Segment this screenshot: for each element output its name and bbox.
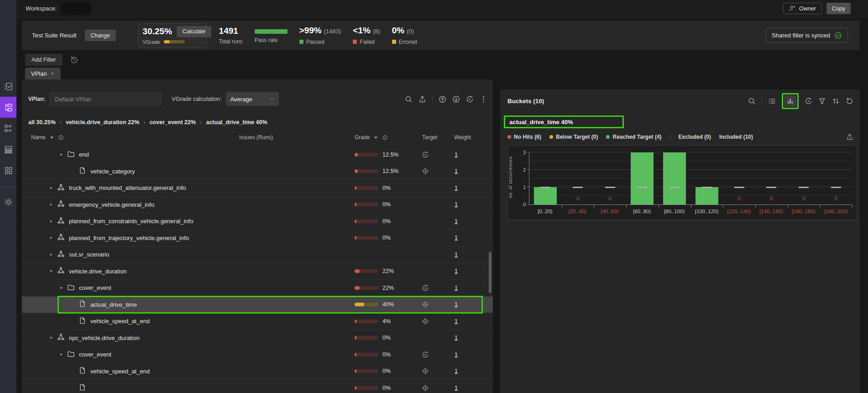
bucket-slot-[80..100)[interactable]: [659, 153, 691, 204]
expander-icon[interactable]: [49, 202, 53, 207]
info-icon[interactable]: [382, 135, 388, 141]
tree-row-vehicle.drive_duration[interactable]: vehicle.drive_duration22%1: [22, 263, 493, 280]
tree-row-cover_event[interactable]: cover_event0%1: [22, 346, 493, 363]
breadcrumb-segment[interactable]: all 30.25%: [28, 119, 56, 126]
more-icon[interactable]: [480, 95, 487, 103]
add-filter-button[interactable]: Add Filter: [25, 54, 63, 66]
weight-link[interactable]: 1: [455, 147, 458, 163]
change-button[interactable]: Change: [85, 30, 116, 41]
info-icon[interactable]: [58, 135, 64, 141]
sync-target-icon[interactable]: [422, 284, 429, 292]
tree-row-vehicle_speed_at_end[interactable]: vehicle_speed_at_end4%1: [22, 313, 493, 330]
sidebar-item-grid-view[interactable]: [0, 160, 16, 181]
tree-row-truck_with_mounted_attenuator.general_info[interactable]: truck_with_mounted_attenuator.general_in…: [22, 180, 493, 197]
breadcrumb-segment[interactable]: cover_event 22%: [150, 119, 196, 126]
column-name[interactable]: Name: [31, 134, 64, 141]
bucket-bar[interactable]: [534, 187, 557, 204]
weight-link[interactable]: 1: [455, 180, 458, 196]
expander-icon[interactable]: [49, 252, 53, 257]
weight-link[interactable]: 1: [455, 197, 458, 213]
sidebar-item-rows-view[interactable]: [0, 139, 16, 160]
bucket-slot-[0..20)[interactable]: [529, 153, 562, 204]
owner-button[interactable]: Owner: [783, 3, 822, 14]
expander-icon[interactable]: [49, 335, 53, 340]
search-icon[interactable]: [748, 97, 756, 105]
bucket-slot-[120..140)[interactable]: 0: [723, 153, 755, 204]
bucket-slot-[20..40)[interactable]: 0: [562, 153, 594, 204]
weight-link[interactable]: 1: [455, 230, 458, 246]
tree-row-cover_event[interactable]: cover_event22%1: [22, 280, 493, 297]
chart-view-button[interactable]: [784, 95, 796, 107]
bucket-slot-[60..80)[interactable]: [626, 153, 659, 204]
weight-link[interactable]: 1: [455, 363, 458, 380]
copy-button[interactable]: Copy: [826, 3, 851, 14]
tree-row-end[interactable]: end12.5%1: [22, 147, 493, 163]
legend-item[interactable]: No Hits (6): [507, 134, 541, 140]
export-icon[interactable]: [418, 95, 426, 103]
tree-row-planned_from_trajectory_vehicle.general_info[interactable]: planned_from_trajectory_vehicle.general_…: [22, 230, 493, 247]
weight-link[interactable]: 1: [455, 263, 458, 280]
sync-target-icon[interactable]: [805, 97, 812, 105]
bucket-slot-[140..160)[interactable]: 0: [755, 153, 788, 204]
weight-link[interactable]: 1: [455, 213, 458, 230]
calculate-button[interactable]: Calculate: [177, 26, 211, 37]
expander-icon[interactable]: [49, 186, 53, 190]
vertical-scrollbar-thumb[interactable]: [489, 252, 492, 293]
sidebar-item-tasks[interactable]: [0, 76, 16, 97]
expander-icon[interactable]: [49, 236, 53, 240]
bucket-slot-[40..60)[interactable]: 0: [594, 153, 626, 204]
expander-icon[interactable]: [59, 286, 63, 290]
bucket-bar[interactable]: [663, 152, 686, 204]
target-icon[interactable]: [422, 318, 429, 325]
bucket-slot-[180..200)[interactable]: 0: [820, 153, 852, 204]
weight-link[interactable]: 1: [455, 246, 458, 263]
tree-row-emergency_vehicle.general_info[interactable]: emergency_vehicle.general_info0%1: [22, 197, 493, 214]
tab-vplan[interactable]: VPlan: [25, 68, 61, 79]
tree-row-vehicle_category[interactable]: vehicle_category12.5%1: [22, 163, 493, 180]
expander-icon[interactable]: [59, 352, 63, 357]
tree-row-npc_vehicle.drive_duration[interactable]: npc_vehicle.drive_duration0%1: [22, 330, 493, 347]
sidebar-item-checklist[interactable]: [0, 118, 16, 139]
expander-icon[interactable]: [59, 152, 63, 157]
target-icon[interactable]: [422, 367, 429, 375]
weight-link[interactable]: 1: [455, 163, 458, 180]
tree-row-actual_drive_time[interactable]: actual_drive_time40%1: [22, 297, 493, 314]
weight-link[interactable]: 1: [455, 313, 458, 330]
weight-link[interactable]: 1: [455, 330, 458, 346]
sidebar-item-settings[interactable]: [0, 191, 16, 212]
bucket-bar[interactable]: [631, 152, 654, 204]
breadcrumb-segment[interactable]: vehicle.drive_duration 22%: [66, 119, 139, 126]
legend-extra[interactable]: Included (10): [719, 134, 753, 140]
weight-link[interactable]: 1: [455, 380, 458, 393]
legend-item[interactable]: Below Target (0): [549, 134, 598, 140]
sort-icon[interactable]: [832, 97, 840, 105]
filter-icon[interactable]: [818, 97, 826, 105]
expander-icon[interactable]: [49, 219, 53, 224]
target-icon[interactable]: [422, 301, 429, 308]
bucket-bar[interactable]: [695, 187, 718, 204]
sync-target-icon[interactable]: [466, 95, 474, 103]
weight-link[interactable]: 1: [455, 297, 458, 313]
expander-icon[interactable]: [49, 269, 53, 273]
sync-target-icon[interactable]: [422, 351, 429, 358]
tree-row-vehicle_speed_at_end[interactable]: vehicle_speed_at_end0%1: [22, 363, 493, 380]
legend-extra[interactable]: Excluded (0): [679, 134, 711, 140]
target-icon[interactable]: [422, 384, 429, 392]
search-icon[interactable]: [405, 95, 413, 103]
tree-row-partial[interactable]: 0%1: [22, 380, 493, 393]
tree-row-planned_from_constraints_vehicle.general_info[interactable]: planned_from_constraints_vehicle.general…: [22, 213, 493, 230]
history-icon[interactable]: [70, 56, 78, 64]
sync-target-icon[interactable]: [422, 151, 429, 158]
target-icon[interactable]: [422, 168, 429, 175]
bucket-slot-[160..180)[interactable]: 0: [788, 153, 820, 204]
upload-circle-icon[interactable]: [439, 95, 446, 103]
download-circle-icon[interactable]: [452, 95, 460, 103]
breadcrumb-segment[interactable]: actual_drive_time 40%: [206, 119, 267, 126]
reset-icon[interactable]: [846, 97, 853, 105]
tree-row-sut.sr_scenario[interactable]: sut.sr_scenario1: [22, 246, 493, 263]
sidebar-item-coverage-tree[interactable]: [0, 97, 16, 118]
export-icon[interactable]: [846, 133, 853, 141]
legend-item[interactable]: Reached Target (4): [606, 134, 661, 140]
vplan-name-input[interactable]: [50, 92, 162, 106]
list-view-icon[interactable]: [768, 97, 776, 105]
